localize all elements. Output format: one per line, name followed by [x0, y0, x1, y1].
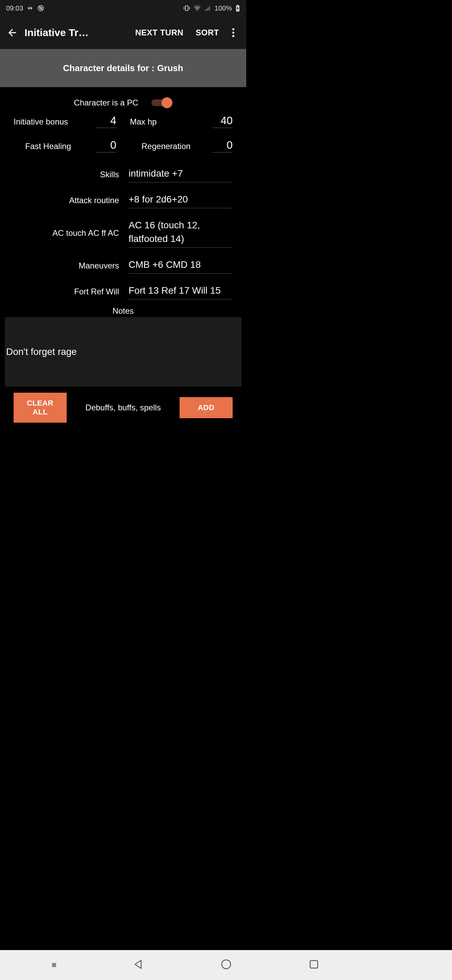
pc-toggle-label: Character is a PC	[74, 98, 138, 108]
maneuvers-label: Maneuvers	[14, 261, 128, 270]
notes-label: Notes	[0, 304, 246, 317]
back-button[interactable]	[3, 27, 22, 38]
svg-point-11	[232, 35, 234, 37]
init-bonus-input[interactable]: 4	[96, 115, 116, 128]
clear-all-button[interactable]: CLEAR ALL	[14, 393, 67, 423]
clock: 09:03	[6, 5, 23, 12]
attack-label: Attack routine	[14, 196, 128, 205]
app-bar: Initiative Tr… NEXT TURN SORT	[0, 16, 246, 49]
at-icon	[37, 5, 44, 11]
max-hp-input[interactable]: 40	[212, 115, 233, 128]
wifi-icon	[193, 5, 201, 11]
maneuvers-input[interactable]: CMB +6 CMD 18	[128, 258, 233, 274]
svg-point-10	[232, 32, 234, 34]
battery-text: 100%	[215, 5, 232, 12]
ac-label: AC touch AC ff AC	[14, 228, 128, 238]
char-header-name: Grush	[157, 63, 183, 73]
svg-point-6	[197, 10, 198, 11]
svg-point-9	[232, 28, 234, 30]
init-bonus-label: Initiative bonus	[14, 117, 96, 128]
ac-input[interactable]: AC 16 (touch 12, flatfooted 14)	[128, 218, 233, 247]
max-hp-label: Max hp	[130, 117, 212, 128]
character-header: Character details for : Grush	[0, 49, 246, 87]
usb-icon	[27, 6, 33, 11]
signal-icon	[205, 5, 211, 11]
next-turn-button[interactable]: NEXT TURN	[130, 28, 188, 37]
add-button[interactable]: ADD	[179, 397, 233, 418]
sort-button[interactable]: SORT	[191, 28, 224, 37]
svg-rect-8	[237, 5, 238, 6]
char-header-prefix: Character details for :	[63, 63, 154, 73]
fast-healing-label: Fast Healing	[14, 142, 96, 153]
notes-input[interactable]: Don't forget rage	[5, 317, 241, 387]
skills-input[interactable]: intimidate +7	[128, 167, 233, 182]
notes-text: Don't forget rage	[6, 347, 77, 357]
regen-label: Regeneration	[130, 142, 212, 153]
regen-input[interactable]: 0	[212, 139, 233, 153]
overflow-menu-button[interactable]	[227, 28, 240, 37]
fast-healing-input[interactable]: 0	[96, 139, 116, 153]
app-title: Initiative Tr…	[24, 27, 99, 38]
saves-label: Fort Ref Will	[14, 287, 128, 296]
vibrate-icon	[183, 5, 190, 11]
buffs-label: Debuffs, buffs, spells	[86, 403, 161, 412]
status-bar: 09:03 100%	[0, 0, 246, 16]
pc-toggle[interactable]	[151, 97, 173, 108]
battery-icon	[235, 5, 240, 12]
saves-input[interactable]: Fort 13 Ref 17 Will 15	[128, 284, 233, 299]
svg-rect-3	[186, 6, 188, 11]
attack-input[interactable]: +8 for 2d6+20	[128, 192, 233, 208]
skills-label: Skills	[14, 170, 128, 179]
